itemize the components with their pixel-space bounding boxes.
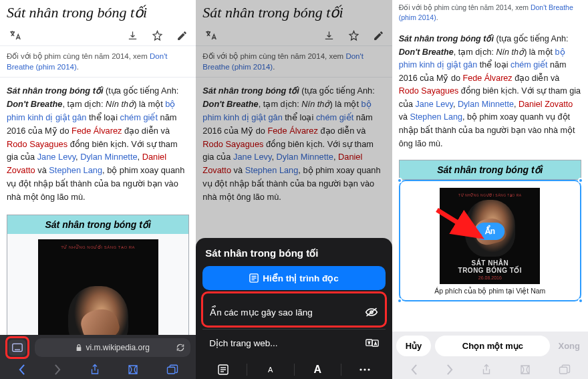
sheet-bottom-bar: A A <box>196 360 392 379</box>
infobox-header: Sát nhân trong bóng tối <box>400 160 581 179</box>
safari-nav-bar <box>392 360 588 379</box>
share-icon[interactable] <box>90 364 100 376</box>
reader-icon <box>249 273 259 283</box>
article-body: Sát nhân trong bóng tối (tựa gốc tiếng A… <box>0 79 196 209</box>
choose-item-label: Chọn một mục <box>435 336 550 356</box>
distraction-action-bar: Hủy Chọn một mục Xong <box>392 332 588 360</box>
back-icon <box>410 364 418 376</box>
svg-point-17 <box>368 368 370 370</box>
svg-point-15 <box>359 368 361 370</box>
back-icon[interactable] <box>17 364 26 376</box>
arrow-annotation <box>434 205 500 247</box>
highlight-reader-button <box>5 336 29 359</box>
hide-eye-icon <box>365 307 378 318</box>
bookmarks-icon[interactable] <box>127 364 139 375</box>
edit-icon[interactable] <box>176 30 188 41</box>
language-icon[interactable] <box>8 29 21 41</box>
forward-icon <box>53 364 62 376</box>
screenshot-panel-1: Sát nhân trong bóng tối Đối với bộ phim … <box>0 0 196 379</box>
sheet-title: Sát nhân trong bóng tối <box>202 246 385 266</box>
hide-distractions-row[interactable]: Ẩn các mục gây sao lãng <box>203 299 384 326</box>
article-body: Sát nhân trong bóng tối (tựa gốc tiếng A… <box>392 27 588 156</box>
screenshot-panel-2: Sát nhân trong bóng tối Đối với bộ phim … <box>196 0 392 379</box>
svg-point-16 <box>363 368 365 370</box>
tabs-icon[interactable] <box>166 364 178 375</box>
selected-element[interactable]: Ẩn TỪ NHỮNG NGƯỜI SÁNG TẠO RA SÁT NHÂNTR… <box>399 180 581 301</box>
infobox-header: Sát nhân trong bóng tối <box>7 215 188 234</box>
reload-icon[interactable] <box>176 343 185 352</box>
hatnote: Đối với bộ phim cùng tên năm 2014, xem D… <box>392 0 588 26</box>
hatnote: Đối với bộ phim cùng tên năm 2014, xem D… <box>0 46 196 78</box>
cancel-button[interactable]: Hủy <box>396 336 432 356</box>
page-title: Sát nhân trong bóng tối <box>0 0 196 28</box>
url-text: vi.m.wikipedia.org <box>86 343 149 352</box>
poster-caption: Áp phích của bộ phim tại Việt Nam <box>404 284 576 296</box>
done-button: Xong <box>554 336 584 356</box>
more-icon[interactable] <box>341 360 388 379</box>
bookmarks-icon <box>519 364 531 375</box>
safari-nav-bar <box>0 360 196 379</box>
download-icon[interactable] <box>127 30 138 41</box>
text-smaller[interactable]: A <box>247 360 294 379</box>
forward-icon <box>446 364 454 376</box>
svg-rect-18 <box>559 367 567 374</box>
svg-rect-0 <box>13 344 22 351</box>
star-icon[interactable] <box>152 30 163 41</box>
url-pill[interactable]: vi.m.wikipedia.org <box>35 338 190 357</box>
page-settings-button[interactable] <box>9 340 26 356</box>
translate-row[interactable]: Dịch trang web... <box>202 329 385 356</box>
text-larger[interactable]: A <box>294 360 341 379</box>
translate-icon <box>365 338 379 348</box>
infobox: Sát nhân trong bóng tối <box>399 160 581 180</box>
highlight-hide-distractions: Ẩn các mục gây sao lãng <box>201 291 386 328</box>
lock-icon <box>76 344 82 352</box>
safari-address-bar: vi.m.wikipedia.org <box>0 335 196 360</box>
share-icon <box>481 364 492 376</box>
page-settings-sheet: Sát nhân trong bóng tối Hiển thị trình đ… <box>196 238 392 360</box>
tabs-icon <box>559 364 571 375</box>
article-toolbar <box>0 28 196 46</box>
svg-rect-2 <box>167 367 174 374</box>
show-reader-button[interactable]: Hiển thị trình đọc <box>202 266 385 290</box>
screenshot-panel-3: Đối với bộ phim cùng tên năm 2014, xem D… <box>392 0 588 379</box>
reader-mini-icon[interactable] <box>200 360 247 379</box>
